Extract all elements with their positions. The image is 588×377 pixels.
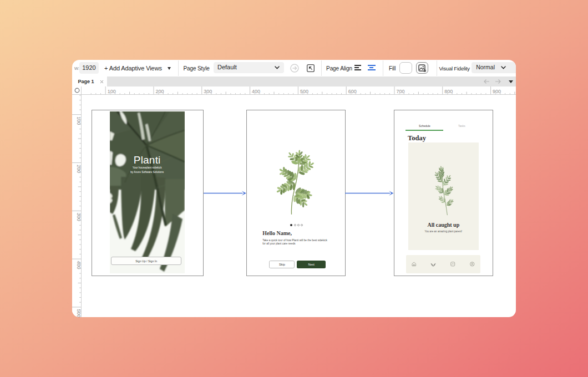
svg-text:300: 300 [77, 213, 82, 221]
svg-text:400: 400 [252, 88, 260, 94]
svg-text:900: 900 [493, 88, 501, 94]
svg-text:200: 200 [77, 165, 82, 173]
svg-text:100: 100 [108, 88, 116, 94]
svg-text:100: 100 [77, 116, 82, 125]
svg-text:500: 500 [77, 309, 82, 317]
svg-text:600: 600 [348, 88, 357, 94]
svg-text:800: 800 [444, 88, 453, 94]
svg-text:200: 200 [155, 88, 164, 94]
svg-text:300: 300 [204, 88, 212, 94]
svg-text:700: 700 [396, 88, 404, 94]
svg-text:400: 400 [77, 261, 82, 269]
svg-text:500: 500 [300, 88, 308, 94]
